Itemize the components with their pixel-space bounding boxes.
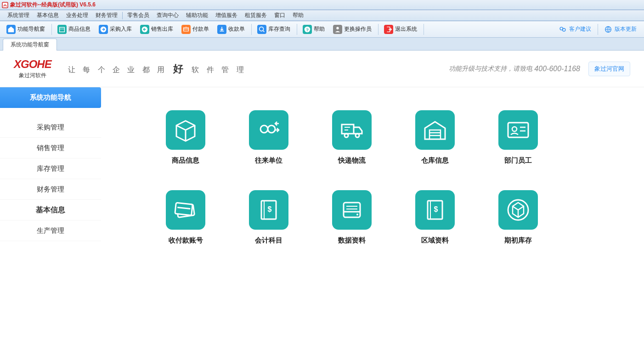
menu-查询中心[interactable]: 查询中心 — [153, 10, 182, 21]
toolbar-label: 帮助 — [314, 25, 325, 33]
svg-point-23 — [356, 214, 358, 215]
people-icon — [249, 110, 288, 150]
toolbar-separator — [378, 24, 378, 35]
svg-rect-16 — [508, 123, 528, 137]
menu-系统管理[interactable]: 系统管理 — [4, 10, 33, 21]
svg-point-9 — [563, 28, 565, 31]
module-收付款账号[interactable]: 收付款账号 — [166, 190, 205, 245]
module-往来单位[interactable]: 往来单位 — [249, 110, 288, 165]
sidenav-基本信息[interactable]: 基本信息 — [0, 200, 101, 220]
module-部门员工[interactable]: 部门员工 — [498, 110, 538, 165]
book-icon: $ — [249, 190, 288, 230]
logo: XGOHE 象过河软件 — [14, 58, 51, 79]
support-phone: 400-600-1168 — [534, 65, 580, 73]
toolbar-switch[interactable]: 更换操作员 — [329, 23, 375, 36]
toolbar-suggest[interactable]: 客户建议 — [554, 23, 595, 36]
module-会计科目[interactable]: $会计科目 — [249, 190, 288, 245]
titlebar: 象过河软件--经典版(试用版) V6.5.6 — [0, 0, 644, 10]
menu-租赁服务[interactable]: 租赁服务 — [241, 10, 271, 21]
window-title: 象过河软件--经典版(试用版) V6.5.6 — [10, 1, 96, 9]
svg-point-15 — [356, 134, 359, 137]
menu-增值服务[interactable]: 增值服务 — [212, 10, 241, 21]
tab-nav[interactable]: 系统功能导航窗 — [3, 39, 57, 51]
module-label: 部门员工 — [504, 156, 532, 165]
header-right: 功能升级与技术支持，请致电 400-600-1168 象过河官网 — [449, 62, 630, 76]
toolbar-stock[interactable]: 库存查询 — [254, 23, 294, 36]
arrow-out-icon — [140, 25, 149, 34]
toolbar-pay[interactable]: 付款单 — [178, 23, 213, 36]
page: XGOHE 象过河软件 让 每 个 企 业 都 用 好 软 件 管 理 功能升级… — [0, 51, 644, 339]
module-区域资料[interactable]: $区域资料 — [415, 190, 455, 245]
toolbar-label: 版本更新 — [615, 25, 637, 33]
cube2-icon — [498, 190, 538, 230]
svg-point-17 — [512, 127, 517, 131]
toolbar-help[interactable]: ?帮助 — [299, 23, 328, 36]
user-icon — [333, 25, 342, 34]
svg-point-12 — [268, 125, 275, 133]
toolbar-label: 收款单 — [228, 25, 245, 33]
toolbar-label: 客户建议 — [569, 25, 591, 33]
suggest-icon — [558, 25, 567, 34]
toolbar-separator — [598, 24, 598, 35]
box-icon — [57, 25, 67, 34]
module-label: 往来单位 — [255, 156, 282, 165]
help-icon: ? — [303, 25, 312, 34]
module-label: 期初库存 — [504, 236, 532, 245]
page-body: 系统功能导航采购管理销售管理库存管理财务管理基本信息生产管理 商品信息往来单位快… — [0, 87, 644, 339]
disk-icon — [332, 190, 372, 230]
menu-帮助[interactable]: 帮助 — [289, 10, 307, 21]
module-grid: 商品信息往来单位快递物流仓库信息部门员工收付款账号$会计科目数据资料$区域资料期… — [166, 110, 579, 245]
toolbar-separator — [51, 24, 52, 35]
toolbar-purchase[interactable]: 采购入库 — [95, 23, 136, 36]
module-商品信息[interactable]: 商品信息 — [166, 110, 205, 165]
sidenav-系统功能导航[interactable]: 系统功能导航 — [0, 87, 101, 108]
module-期初库存[interactable]: 期初库存 — [498, 190, 538, 245]
slogan: 让 每 个 企 业 都 用 好 软 件 管 理 — [68, 62, 247, 76]
toolbar-nav[interactable]: 功能导航窗 — [3, 23, 49, 36]
module-仓库信息[interactable]: 仓库信息 — [415, 110, 455, 165]
arrow-in-icon — [99, 25, 108, 34]
sidenav: 系统功能导航采购管理销售管理库存管理财务管理基本信息生产管理 — [0, 87, 101, 339]
menu-窗口[interactable]: 窗口 — [271, 10, 289, 21]
sidenav-销售管理[interactable]: 销售管理 — [0, 138, 101, 158]
svg-text:$: $ — [268, 205, 272, 213]
toolbar-label: 更换操作员 — [344, 25, 372, 33]
menu-业务处理[interactable]: 业务处理 — [62, 10, 92, 21]
receive-icon — [217, 25, 226, 34]
support-text: 功能升级与技术支持，请致电 — [449, 65, 532, 73]
module-快递物流[interactable]: 快递物流 — [332, 110, 372, 165]
sidenav-财务管理[interactable]: 财务管理 — [0, 179, 101, 200]
module-label: 仓库信息 — [421, 156, 449, 165]
module-label: 会计科目 — [255, 236, 282, 245]
toolbar-exit[interactable]: 退出系统 — [380, 23, 421, 36]
toolbar-label: 付款单 — [192, 25, 209, 33]
menu-财务管理[interactable]: 财务管理 — [92, 10, 121, 21]
card-icon — [166, 190, 205, 230]
svg-point-11 — [260, 125, 268, 133]
sidenav-生产管理[interactable]: 生产管理 — [0, 220, 101, 241]
slogan-post: 软 件 管 理 — [192, 66, 246, 73]
svg-rect-13 — [342, 124, 354, 134]
toolbar-goods[interactable]: 商品信息 — [54, 23, 94, 36]
official-site-link[interactable]: 象过河官网 — [588, 62, 630, 76]
module-label: 收付款账号 — [169, 236, 203, 245]
pay-icon — [181, 25, 191, 34]
toolbar-update[interactable]: 版本更新 — [600, 23, 640, 36]
module-数据资料[interactable]: 数据资料 — [332, 190, 372, 245]
toolbar: 功能导航窗商品信息采购入库销售出库付款单收款单库存查询?帮助更换操作员退出系统 … — [0, 21, 644, 38]
module-label: 区域资料 — [421, 236, 449, 245]
menu-零售会员[interactable]: 零售会员 — [124, 10, 153, 21]
svg-rect-1 — [60, 27, 65, 32]
sidenav-库存管理[interactable]: 库存管理 — [0, 158, 101, 179]
search-icon — [257, 25, 266, 34]
toolbar-sale[interactable]: 销售出库 — [136, 23, 177, 36]
home-icon — [6, 25, 16, 34]
logo-brand: XGOHE — [14, 58, 51, 71]
svg-point-4 — [260, 27, 264, 31]
menu-基本信息[interactable]: 基本信息 — [33, 10, 62, 21]
sidenav-采购管理[interactable]: 采购管理 — [0, 117, 101, 138]
toolbar-receive[interactable]: 收款单 — [214, 23, 249, 36]
cube-icon — [166, 110, 205, 150]
menu-辅助功能[interactable]: 辅助功能 — [182, 10, 212, 21]
slogan-big: 好 — [173, 63, 186, 74]
